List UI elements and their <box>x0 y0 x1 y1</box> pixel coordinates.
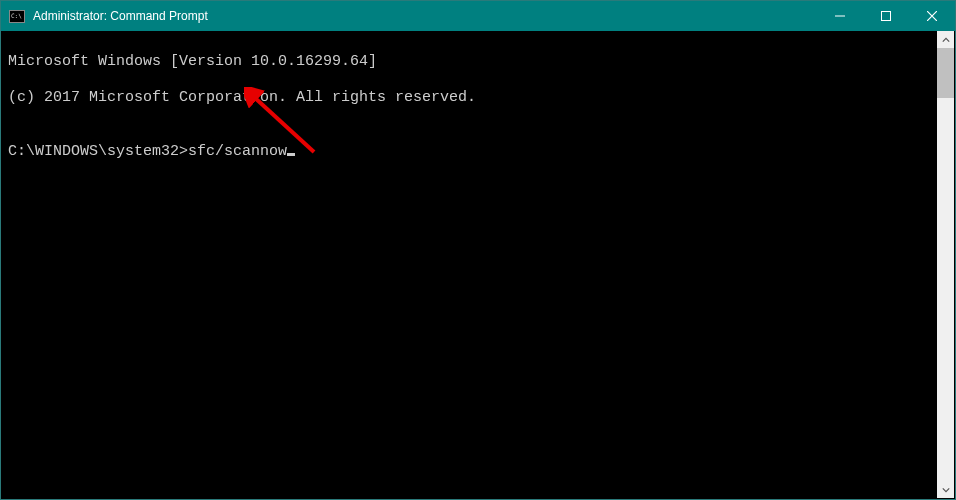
vertical-scrollbar[interactable] <box>937 31 954 498</box>
scroll-down-button[interactable] <box>937 481 954 498</box>
scrollbar-thumb[interactable] <box>937 48 954 98</box>
titlebar[interactable]: Administrator: Command Prompt <box>1 1 955 31</box>
maximize-icon <box>881 11 891 21</box>
terminal-line: (c) 2017 Microsoft Corporation. All righ… <box>8 89 931 107</box>
minimize-button[interactable] <box>817 1 863 31</box>
terminal-output[interactable]: Microsoft Windows [Version 10.0.16299.64… <box>2 31 937 498</box>
terminal-container: Microsoft Windows [Version 10.0.16299.64… <box>2 31 954 498</box>
close-button[interactable] <box>909 1 955 31</box>
window-title: Administrator: Command Prompt <box>31 9 817 23</box>
chevron-down-icon <box>942 486 950 494</box>
text-cursor <box>287 153 295 156</box>
window-controls <box>817 1 955 31</box>
svg-rect-0 <box>835 16 845 17</box>
chevron-up-icon <box>942 36 950 44</box>
terminal-prompt-line: C:\WINDOWS\system32>sfc/scannow <box>8 143 931 161</box>
scroll-up-button[interactable] <box>937 31 954 48</box>
typed-command: sfc/scannow <box>188 143 287 160</box>
minimize-icon <box>835 11 845 21</box>
scrollbar-track[interactable] <box>937 48 954 481</box>
close-icon <box>927 11 937 21</box>
maximize-button[interactable] <box>863 1 909 31</box>
terminal-line: Microsoft Windows [Version 10.0.16299.64… <box>8 53 931 71</box>
command-prompt-window: Administrator: Command Prompt Microsoft … <box>0 0 956 500</box>
svg-rect-1 <box>882 12 891 21</box>
prompt-path: C:\WINDOWS\system32> <box>8 143 188 160</box>
app-icon <box>9 10 25 23</box>
